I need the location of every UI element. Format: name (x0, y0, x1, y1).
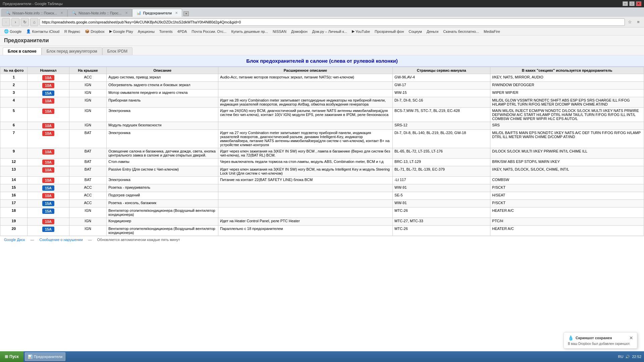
cell-nacrushke: BAT (69, 148, 107, 159)
tab-salon[interactable]: Блок в салоне (3, 47, 42, 55)
header-nominal: Номинал (27, 67, 69, 74)
bookmark-nissan[interactable]: NISSAN (271, 29, 288, 34)
google-disk-link[interactable]: Google Диск (4, 238, 25, 242)
window-title: Предохранители - Google Таблицы (3, 2, 63, 6)
bookmark-kupit[interactable]: Купить дешевые пр... (229, 29, 270, 34)
tab-ipdm[interactable]: Блок IPDM (102, 47, 132, 55)
start-button[interactable]: ⊞ Пуск (0, 351, 23, 362)
system-tray: RU 🔊 22:52 (615, 355, 644, 359)
bookmark-skachat[interactable]: Скачать бесплатно... (441, 29, 481, 34)
cell-desc: Кондиционер (107, 218, 218, 226)
bookmark-pochta[interactable]: Почта России. Отс... (190, 29, 228, 34)
browser-tab-1[interactable]: 🔍 Nissan-Note.info :: Поиск... ✕ (1, 9, 67, 17)
header-num: № на фото (0, 67, 28, 74)
cell-ext-desc (218, 207, 393, 218)
cell-sections: MAIN MIL/DL INJECT ECM/PW NONDTC D/LOCK … (490, 108, 644, 122)
browser-tab-2[interactable]: 🔍 Nissan-Note.info :: Прос... ✕ (67, 9, 132, 17)
tab-akkumulyator[interactable]: Блок перед аккумулятором (42, 47, 102, 55)
cell-ext-desc (218, 89, 393, 97)
toast-title: Скриншот сохранен (576, 336, 612, 340)
toast-icon: 💧 (568, 335, 574, 341)
reload-button[interactable]: ↻ (21, 18, 29, 26)
cell-nominal: 10A (27, 130, 69, 148)
cell-ext-desc: Идет через ключ зажигания на 3(KEY IN SW… (218, 148, 393, 159)
bookmark-gplay[interactable]: ▶ Google Play (107, 28, 135, 34)
cell-manual: GW-96,AV-4 (393, 74, 490, 82)
address-bar[interactable] (40, 18, 625, 26)
header-desc: Описание (107, 67, 218, 74)
browser-tab-3[interactable]: 📊 Предохранители ✕ (132, 9, 182, 17)
bookmark-transparent[interactable]: Прозрачный фон (373, 29, 406, 34)
table-row: 16 10A ACC Подогрев сидений SE-5 H/SEAT (0, 192, 644, 200)
minimize-button[interactable]: ─ (623, 1, 628, 6)
cell-ext-desc: Через выключатель педали тормоза на стоп… (218, 159, 393, 166)
bookmark-contacts[interactable]: 👤 Контакты iCloud (24, 28, 61, 34)
bookmark-4pda[interactable]: 4PDA (175, 29, 189, 34)
section-title: Блок предохранителей в салоне (слева от … (0, 55, 644, 67)
cell-sections: P/SCKT (490, 184, 644, 192)
cell-nominal: 15A (27, 184, 69, 192)
maximize-button[interactable]: □ (629, 1, 635, 6)
cell-num: 12 (0, 159, 28, 166)
page-header: Предохранители (0, 36, 644, 46)
bookmark-domofon[interactable]: Домофон (289, 29, 310, 34)
page-title: Предохранители (4, 38, 640, 44)
auto-update-text: Обновляется автоматически каждые пять ми… (97, 238, 180, 242)
cell-sections: WIPER WIP/ER (490, 89, 644, 97)
clock: 22:52 (632, 355, 641, 359)
bookmark-google[interactable]: 🌐 Google (2, 28, 23, 34)
bookmark-yandex[interactable]: Я Яндекс (62, 29, 82, 34)
cell-ext-desc: Идет на 27 ногу Combination meter запиты… (218, 130, 393, 148)
cell-desc: Обогреватель заднего стекла и боковых зе… (107, 82, 218, 89)
toast-close-button[interactable]: ✕ (629, 336, 633, 341)
tab3-close[interactable]: ✕ (175, 11, 178, 15)
tab3-favicon: 📊 (137, 11, 141, 15)
taskbar-item-1[interactable]: 📊 Предохранители (25, 352, 66, 361)
table-row: 6 10A IGN Модуль подушек безопасности SR… (0, 122, 644, 130)
tab1-close[interactable]: ✕ (60, 11, 63, 15)
cell-sections: H/SEAT (490, 192, 644, 200)
cell-ext-desc (218, 184, 393, 192)
new-tab-button[interactable]: + (183, 11, 189, 16)
cell-num: 14 (0, 177, 28, 184)
star-icon[interactable]: ☆ (626, 18, 634, 26)
bookmark-dengi[interactable]: Деньги (425, 29, 441, 34)
bookmark-youtube[interactable]: ▶ YouTube (350, 28, 372, 34)
cell-nominal: 15A (27, 89, 69, 97)
bookmark-dropbox[interactable]: 📦 Dropbox (83, 28, 107, 34)
violation-link[interactable]: Сообщение о нарушении (39, 238, 83, 242)
cell-num: 1 (0, 74, 28, 82)
toast-header: 💧 Скриншот сохранен ✕ (568, 335, 633, 341)
table-row: 18 15A IGN Вентилятор отопителя/кондицио… (0, 207, 644, 218)
cell-nacrushke: BAT (69, 166, 107, 177)
close-button[interactable]: ✕ (636, 1, 641, 6)
tab2-close[interactable]: ✕ (125, 11, 128, 15)
cell-nacrushke: ACC (69, 200, 107, 207)
cell-nacrushke: IGN (69, 207, 107, 218)
menu-icon[interactable]: ≡ (635, 18, 642, 26)
cell-ext-desc: Идет на 24(IGN) ногу BCM, диагностически… (218, 108, 393, 122)
cell-nacrushke: IGN (69, 82, 107, 89)
bookmark-socium[interactable]: Социум (407, 29, 424, 34)
cell-ext-desc: Идет на 28 ногу Combination meter запиты… (218, 97, 393, 108)
content-area: Предохранители Блок в салоне Блок перед … (0, 36, 644, 351)
bookmark-auctions[interactable]: Аукционы (136, 29, 157, 34)
forward-button[interactable]: › (11, 18, 19, 26)
title-bar: Предохранители - Google Таблицы ─ □ ✕ (0, 0, 644, 7)
cell-sections: COMBSW (490, 177, 644, 184)
cell-nacrushke: BAT (69, 177, 107, 184)
bookmark-mediafire[interactable]: MediaFire (482, 29, 502, 34)
back-button[interactable]: ‹ (2, 18, 10, 26)
cell-num: 18 (0, 207, 28, 218)
cell-ext-desc: Идет через ключ зажигания на 3(KEY IN SW… (218, 166, 393, 177)
footer-separator1: — (30, 238, 34, 242)
cell-desc: Подогрев сидений (107, 192, 218, 200)
bookmark-torrents[interactable]: Torrents (157, 29, 175, 34)
cell-manual: WW-15 (393, 89, 490, 97)
cell-desc: Электроника (107, 130, 218, 148)
taskbar-items: 📊 Предохранители (23, 351, 615, 362)
home-button[interactable]: ⌂ (30, 18, 38, 26)
fuse-badge: 10A (42, 98, 54, 104)
bookmark-domru[interactable]: Дом.ру – Личный к... (310, 29, 349, 34)
tab2-favicon: 🔍 (72, 11, 76, 15)
